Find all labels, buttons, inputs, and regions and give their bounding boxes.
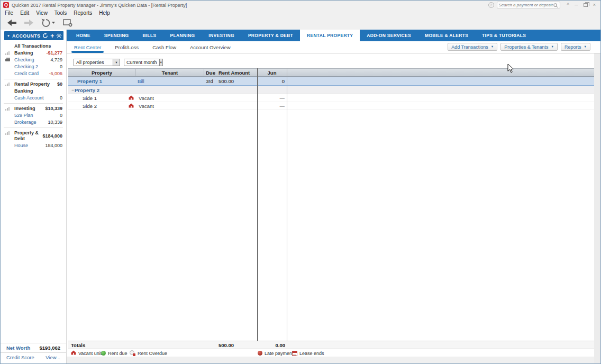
- tab-property-debt[interactable]: PROPERTY & DEBT: [241, 30, 300, 41]
- col-jun[interactable]: Jun: [257, 69, 287, 76]
- minimize-icon[interactable]: [575, 5, 578, 5]
- quicken-window: Q Quicken 2017 Rental Property Manager -…: [0, 0, 601, 364]
- group-bars-icon: [5, 106, 10, 112]
- menu-help[interactable]: Help: [99, 10, 114, 16]
- jun-column-right-border: [287, 68, 287, 349]
- properties-tenants-button[interactable]: Properties & Tenants ▼: [500, 43, 558, 51]
- sidebar-subgroup-banking: Banking: [1, 88, 66, 95]
- legend-vacant-unit: Vacant unit: [71, 349, 102, 357]
- subtab-cash-flow[interactable]: Cash Flow: [152, 41, 176, 53]
- add-account-icon[interactable]: +: [50, 33, 54, 39]
- table-row-property-2[interactable]: − Property 2: [68, 86, 594, 94]
- collapse-window-icon[interactable]: ^: [567, 3, 569, 7]
- tab-spending[interactable]: SPENDING: [97, 30, 136, 41]
- table-row-side-1[interactable]: Side 1 Vacant —: [68, 94, 594, 102]
- mouse-cursor: [507, 63, 514, 75]
- credit-score-row[interactable]: Credit Score View...: [1, 352, 66, 362]
- chevron-down-icon[interactable]: ▼: [113, 59, 120, 66]
- tab-mobile-alerts[interactable]: MOBILE & ALERTS: [418, 30, 475, 41]
- search-icon[interactable]: [553, 1, 558, 10]
- tab-investing[interactable]: INVESTING: [202, 30, 241, 41]
- sidebar-divider: [4, 79, 63, 79]
- back-button[interactable]: [7, 20, 16, 26]
- sidebar-group-investing[interactable]: Investing $10,339: [1, 105, 66, 112]
- tenant-link[interactable]: Bill: [138, 78, 144, 84]
- accounts-header[interactable]: ▼ ACCOUNTS +: [4, 31, 63, 40]
- table-row-side-2[interactable]: Side 2 Vacant —: [68, 102, 594, 110]
- subtab-account-overview[interactable]: Account Overview: [190, 41, 231, 53]
- menu-file[interactable]: File: [5, 10, 17, 16]
- tab-tips-tutorials[interactable]: TIPS & TUTORIALS: [475, 30, 533, 41]
- sidebar-item-credit-card[interactable]: Credit Card -6,006: [1, 70, 66, 77]
- col-rent-amount[interactable]: Rent Amount: [215, 69, 257, 76]
- menu-tools[interactable]: Tools: [54, 10, 70, 16]
- credit-score-view-link[interactable]: View...: [45, 354, 60, 360]
- group-banking-total: -$1,277: [46, 50, 62, 56]
- sidebar-item-529-plan[interactable]: 529 Plan 0: [1, 112, 66, 119]
- menu-reports[interactable]: Reports: [74, 10, 96, 16]
- sidebar-item-all-transactions[interactable]: All Transactions: [1, 43, 66, 50]
- group-bars-icon: [5, 82, 10, 88]
- legend-rent-due: Rent due: [101, 349, 128, 357]
- restore-icon[interactable]: [584, 3, 588, 7]
- accounts-title: ACCOUNTS: [12, 33, 40, 39]
- group-bars-icon: [5, 131, 10, 136]
- property-filter-dropdown[interactable]: All properties ▼: [74, 59, 120, 66]
- close-icon[interactable]: ×: [593, 3, 596, 7]
- chevron-down-icon: ▼: [551, 46, 554, 48]
- accounts-collapse-icon[interactable]: ▼: [7, 34, 10, 38]
- col-due[interactable]: Due: [204, 69, 215, 76]
- one-step-update-button[interactable]: [41, 19, 55, 28]
- accounts-sidebar: ▼ ACCOUNTS + All Transactions Banking -$…: [1, 30, 67, 363]
- rent-table-header: Property Tenant Due Rent Amount Jun: [68, 68, 594, 77]
- sync-status-icon[interactable]: ?: [488, 2, 494, 8]
- tab-bills[interactable]: BILLS: [136, 30, 163, 41]
- col-tenant[interactable]: Tenant: [136, 69, 204, 76]
- tab-home[interactable]: HOME: [69, 30, 97, 41]
- sidebar-item-brokerage[interactable]: Brokerage 10,339: [1, 119, 66, 126]
- tab-rental-property[interactable]: RENTAL PROPERTY: [300, 30, 360, 41]
- chevron-down-icon: ▼: [491, 46, 494, 48]
- legend-lease-ends: Lease ends: [292, 349, 324, 357]
- sidebar-group-property-debt[interactable]: Property & Debt $184,000: [1, 130, 66, 142]
- late-payment-icon: [258, 351, 262, 356]
- table-row-property-1[interactable]: Property 1 Bill 3rd 500.00 0: [68, 77, 594, 86]
- add-transactions-button[interactable]: Add Transactions ▼: [448, 43, 497, 51]
- subtab-rent-center[interactable]: Rent Center: [74, 41, 101, 53]
- tab-planning[interactable]: PLANNING: [163, 30, 202, 41]
- account-flag-icon: [5, 58, 11, 63]
- col-property[interactable]: Property: [68, 69, 136, 76]
- quicken-logo-icon: Q: [3, 2, 9, 8]
- sidebar-group-banking[interactable]: Banking -$1,277: [1, 50, 66, 57]
- period-filter-dropdown[interactable]: Current month ▼: [124, 59, 163, 66]
- vacant-house-icon: [129, 95, 134, 101]
- sidebar-item-house[interactable]: House 184,000: [1, 142, 66, 149]
- sidebar-item-checking2[interactable]: Checking 2 0: [1, 63, 66, 70]
- update-settings-button[interactable]: [63, 19, 73, 27]
- vacant-house-icon: [129, 103, 134, 109]
- totals-jun: 0.00: [257, 342, 287, 348]
- menu-view[interactable]: View: [36, 10, 51, 16]
- sidebar-item-cash-account[interactable]: Cash Account 0: [1, 95, 66, 102]
- chevron-down-icon[interactable]: ▼: [159, 59, 162, 66]
- net-worth-row[interactable]: Net Worth $193,062: [1, 343, 66, 352]
- forward-button[interactable]: [24, 20, 33, 26]
- accounts-settings-icon[interactable]: [56, 33, 62, 39]
- rent-table: Property Tenant Due Rent Amount Jun Prop…: [68, 68, 594, 357]
- jun-column-left-border: [257, 68, 258, 349]
- net-worth-value: $193,062: [39, 345, 60, 351]
- sidebar-item-checking[interactable]: Checking 4,729: [1, 57, 66, 63]
- search-input[interactable]: [499, 3, 553, 7]
- menu-edit[interactable]: Edit: [20, 10, 33, 16]
- menu-bar: File Edit View Tools Reports Help: [1, 10, 600, 16]
- subtab-profit-loss[interactable]: Profit/Loss: [115, 41, 139, 53]
- tab-addon-services[interactable]: ADD-ON SERVICES: [360, 30, 418, 41]
- accounts-refresh-icon[interactable]: [42, 33, 48, 39]
- global-search[interactable]: [497, 2, 560, 8]
- collapse-row-icon[interactable]: −: [68, 87, 75, 93]
- sidebar-group-rental-property[interactable]: Rental Property $0: [1, 81, 66, 88]
- main-tab-bar: HOME SPENDING BILLS PLANNING INVESTING P…: [67, 30, 600, 41]
- lease-ends-calendar-icon: [292, 351, 297, 356]
- toolbar: [1, 16, 600, 30]
- reports-button[interactable]: Reports ▼: [561, 43, 590, 51]
